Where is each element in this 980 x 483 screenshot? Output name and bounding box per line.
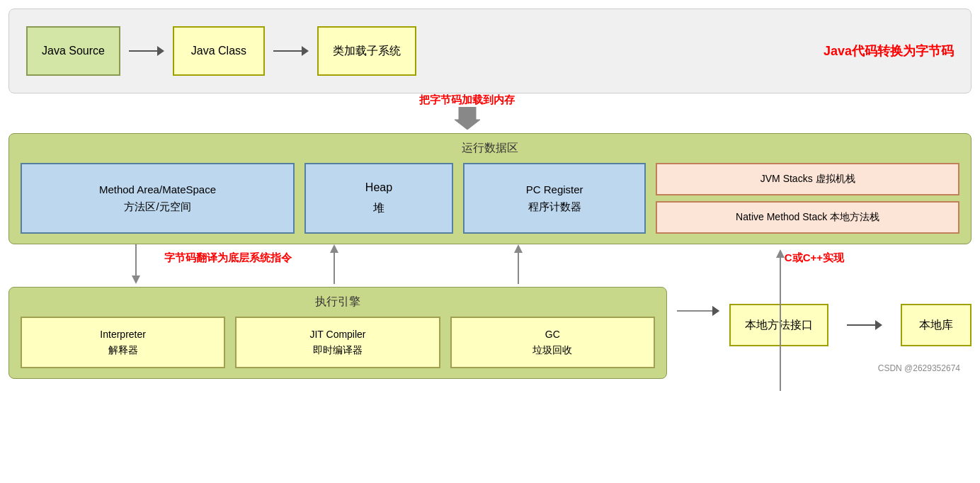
exec-boxes: Interpreter 解释器 JIT Compiler 即时编译器 GC 垃圾… xyxy=(21,317,655,368)
bottom-row: 执行引擎 Interpreter 解释器 JIT Compiler 即时编译器 … xyxy=(8,287,972,379)
native-library-label: 本地库 xyxy=(919,318,953,333)
java-class-box: Java Class xyxy=(173,26,265,76)
cpp-label: C或C++实现 xyxy=(785,251,844,265)
native-method-stack-box: Native Method Stack 本地方法栈 xyxy=(656,201,959,234)
native-interface-box: 本地方法接口 xyxy=(729,304,828,346)
down-arrow-icon xyxy=(455,107,480,130)
interpreter-box: Interpreter 解释器 xyxy=(21,317,225,368)
jvm-native-group: JVM Stacks 虚拟机栈 Native Method Stack 本地方法… xyxy=(656,163,959,234)
java-class-label: Java Class xyxy=(191,45,246,57)
svg-marker-6 xyxy=(514,244,523,253)
exec-to-native-arrow xyxy=(677,287,719,318)
gc-label: GC 垃圾回收 xyxy=(532,326,572,358)
gc-box: GC 垃圾回收 xyxy=(450,317,655,368)
method-area-label: Method Area/MateSpace 方法区/元空间 xyxy=(99,181,216,215)
svg-marker-0 xyxy=(455,107,480,130)
down-arrow-section: 把字节码加载到内存 xyxy=(8,93,972,133)
method-area-box: Method Area/MateSpace 方法区/元空间 xyxy=(21,163,295,234)
java-source-label: Java Source xyxy=(42,45,105,57)
watermark: CSDN @2629352674 xyxy=(878,363,960,373)
runtime-section: 运行数据区 Method Area/MateSpace 方法区/元空间 Heap… xyxy=(8,133,972,244)
middle-arrow-label: 把字节码加载到内存 xyxy=(419,93,515,107)
jit-box: JIT Compiler 即时编译器 xyxy=(235,317,440,368)
top-label: Java代码转换为字节码 xyxy=(824,42,954,59)
native-group: 本地方法接口 本地库 xyxy=(729,287,972,346)
svg-marker-2 xyxy=(132,275,140,284)
arrow1 xyxy=(120,44,173,58)
pc-label: PC Register 程序计数器 xyxy=(526,181,583,215)
native-library-box: 本地库 xyxy=(901,304,972,346)
jvm-stacks-label: JVM Stacks 虚拟机栈 xyxy=(760,173,855,186)
exec-title: 执行引擎 xyxy=(21,295,655,309)
native-interface-label: 本地方法接口 xyxy=(745,318,813,333)
arrow2 xyxy=(265,44,317,58)
heap-label: Heap 堆 xyxy=(365,178,392,219)
runtime-title: 运行数据区 xyxy=(21,141,959,156)
translate-label: 字节码翻译为底层系统指令 xyxy=(164,251,292,265)
pc-box: PC Register 程序计数器 xyxy=(463,163,646,234)
heap-box: Heap 堆 xyxy=(304,163,453,234)
native-arrow xyxy=(838,318,891,332)
svg-marker-4 xyxy=(330,244,338,253)
classloader-label: 类加载子系统 xyxy=(333,44,401,59)
top-section: Java Source Java Class 类加载子系统 Java代码转换为字… xyxy=(8,8,972,93)
native-method-stack-label: Native Method Stack 本地方法栈 xyxy=(736,211,879,224)
exec-section: 执行引擎 Interpreter 解释器 JIT Compiler 即时编译器 … xyxy=(8,287,667,379)
vertical-arrows-svg xyxy=(8,244,972,287)
jit-label: JIT Compiler 即时编译器 xyxy=(309,326,365,358)
interpreter-label: Interpreter 解释器 xyxy=(100,326,146,358)
arrows-middle-row: 字节码翻译为底层系统指令 C或C++实现 xyxy=(8,244,972,287)
java-source-box: Java Source xyxy=(26,26,120,76)
jvm-stacks-box: JVM Stacks 虚拟机栈 xyxy=(656,163,959,195)
runtime-boxes: Method Area/MateSpace 方法区/元空间 Heap 堆 PC … xyxy=(21,163,959,234)
classloader-box: 类加载子系统 xyxy=(317,26,416,76)
